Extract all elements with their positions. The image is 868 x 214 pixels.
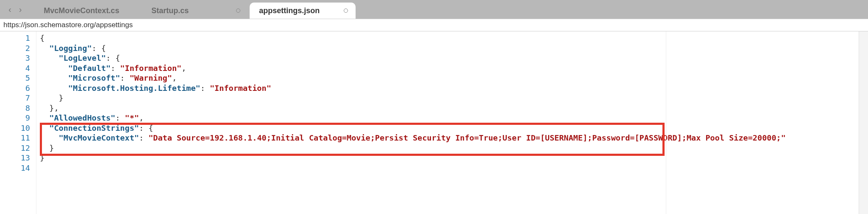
nav-arrows: ‹ ›	[8, 5, 22, 14]
token-brace: {	[148, 124, 153, 132]
token-key: "Default"	[68, 64, 111, 73]
tab-appsettings-json[interactable]: appsettings.json	[250, 3, 356, 19]
tab-strip: MvcMovieContext.csStartup.csappsettings.…	[34, 0, 357, 19]
line-number: 7	[0, 93, 30, 103]
token-colon: :	[139, 124, 148, 132]
line-number: 8	[0, 103, 30, 113]
token-brace: }	[49, 144, 54, 152]
token-brace: }	[59, 93, 64, 102]
token-key: "LogLevel"	[59, 54, 106, 62]
editor-area: 1234567891011121314 { "Logging": { "LogL…	[0, 31, 868, 214]
token-str: "Information"	[120, 64, 181, 73]
tab-label: appsettings.json	[259, 6, 320, 15]
token-brace: {	[115, 54, 120, 62]
token-brace: {	[40, 34, 45, 42]
top-bar: ‹ › MvcMovieContext.csStartup.csappsetti…	[0, 0, 868, 19]
token-colon: :	[139, 133, 148, 142]
tab-close-icon[interactable]	[236, 8, 240, 13]
token-key: "Microsoft"	[68, 73, 120, 82]
line-number: 4	[0, 63, 30, 73]
token-colon: :	[200, 84, 210, 93]
line-number: 14	[0, 163, 30, 173]
line-number: 6	[0, 83, 30, 93]
minimap[interactable]	[666, 31, 859, 214]
line-number: 9	[0, 113, 30, 123]
tab-label: Startup.cs	[151, 6, 189, 15]
line-number: 2	[0, 43, 30, 54]
token-key: "MvcMovieContext"	[59, 133, 139, 142]
token-key: "AllowedHosts"	[49, 113, 115, 122]
line-number: 10	[0, 123, 30, 133]
tab-startup-cs[interactable]: Startup.cs	[142, 3, 248, 19]
line-number: 1	[0, 33, 30, 43]
token-key: "ConnectionStrings"	[49, 124, 139, 132]
token-str: "Information"	[210, 84, 271, 93]
token-key: "Logging"	[49, 44, 92, 53]
forward-button[interactable]: ›	[19, 5, 22, 14]
line-number: 3	[0, 53, 30, 63]
tab-close-icon[interactable]	[344, 8, 348, 13]
line-number: 5	[0, 73, 30, 83]
token-colon: :	[111, 64, 120, 73]
line-number: 12	[0, 143, 30, 153]
line-gutter: 1234567891011121314	[0, 31, 36, 214]
token-colon: :	[106, 54, 115, 62]
schema-bar[interactable]: https://json.schemastore.org/appsettings	[0, 19, 868, 31]
tab-mvcmoviecontext-cs[interactable]: MvcMovieContext.cs	[34, 3, 140, 19]
token-key: "Microsoft.Hosting.Lifetime"	[68, 84, 200, 93]
line-number: 13	[0, 153, 30, 163]
token-brace: }	[49, 104, 54, 113]
token-colon: :	[92, 44, 101, 53]
token-colon: :	[120, 73, 129, 82]
token-punc: ,	[54, 104, 58, 113]
token-str: "*"	[125, 113, 139, 122]
back-button[interactable]: ‹	[8, 5, 11, 14]
token-brace: {	[101, 44, 106, 53]
scrollbar-rail[interactable]	[859, 31, 868, 214]
token-punc: ,	[139, 113, 144, 122]
token-colon: :	[115, 113, 125, 122]
token-punc: ,	[181, 64, 186, 73]
line-number: 11	[0, 133, 30, 143]
tab-label: MvcMovieContext.cs	[44, 6, 119, 15]
token-str: "Warning"	[130, 73, 172, 82]
token-punc: ,	[172, 73, 177, 82]
token-brace: }	[40, 153, 45, 162]
